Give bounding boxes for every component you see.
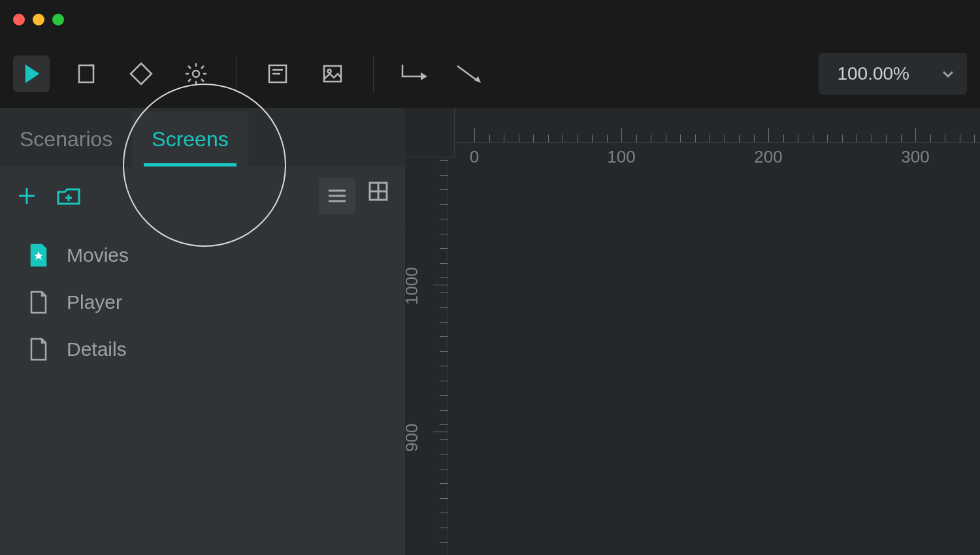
titlebar [0,0,980,39]
svg-marker-0 [26,66,38,82]
add-folder-icon [56,185,81,206]
grid-icon [368,182,388,201]
zoom-window-button[interactable] [52,14,64,25]
svg-point-3 [193,71,199,77]
zoom-dropdown-button[interactable] [928,53,967,95]
zoom-value[interactable]: 100.00% [819,63,928,84]
ruler-v-label: 900 [402,424,422,452]
panel-toolbar [0,166,405,225]
chevron-down-icon [941,67,955,81]
diamond-tool-button[interactable] [123,56,159,92]
tab-screens[interactable]: Screens [132,112,248,166]
toolbar-separator [373,56,374,92]
zoom-control[interactable]: 100.00% [819,53,967,95]
page-icon [29,338,48,361]
gear-tool-button[interactable] [178,56,214,92]
screen-item-label: Movies [67,244,129,266]
page-icon [29,291,48,314]
ruler-horizontal[interactable]: 0100200300 [455,108,980,157]
elbow-arrow-tool-button[interactable] [396,56,433,92]
screen-item-label: Player [67,291,122,313]
screen-item-movies[interactable]: Movies [0,232,405,279]
image-tool-button[interactable] [314,56,351,92]
canvas-area[interactable]: 0100200300 1000900 [405,108,980,555]
screen-item-details[interactable]: Details [0,326,405,373]
ruler-h-label: 200 [754,147,782,167]
minimize-window-button[interactable] [33,14,44,25]
svg-rect-1 [79,65,93,82]
main-area: Scenarios Screens [0,108,980,555]
list-view-button[interactable] [319,178,355,214]
add-folder-button[interactable] [55,182,82,210]
ruler-v-label: 1000 [402,267,422,305]
text-tool-button[interactable] [259,56,296,92]
main-toolbar: 100.00% [0,39,980,108]
add-screen-button[interactable] [13,182,41,210]
ruler-h-label: 300 [901,147,929,167]
ruler-h-label: 0 [470,147,479,167]
sidebar-tabs: Scenarios Screens [0,108,405,166]
tab-label: Scenarios [20,127,112,151]
ruler-corner [405,108,455,157]
starred-page-icon [29,244,48,267]
screens-list: Movies Player Details [0,225,405,555]
ruler-vertical[interactable]: 1000900 [405,157,455,555]
play-tool-button[interactable] [13,56,50,92]
close-window-button[interactable] [13,14,25,25]
screen-item-player[interactable]: Player [0,279,405,326]
ruler-h-label: 100 [607,147,635,167]
line-arrow-tool-button[interactable] [451,56,487,92]
svg-point-8 [328,69,331,72]
toolbar-separator [237,56,237,92]
tab-scenarios[interactable]: Scenarios [0,112,132,166]
svg-marker-2 [131,63,152,84]
list-icon [327,188,347,204]
svg-marker-11 [474,76,481,83]
left-sidebar: Scenarios Screens [0,108,405,555]
plus-icon [15,184,39,208]
page-tool-button[interactable] [68,56,105,92]
svg-marker-9 [421,72,427,80]
screen-item-label: Details [67,338,127,360]
svg-line-10 [457,66,477,80]
tab-label: Screens [152,127,228,151]
grid-view-button[interactable] [365,178,392,205]
